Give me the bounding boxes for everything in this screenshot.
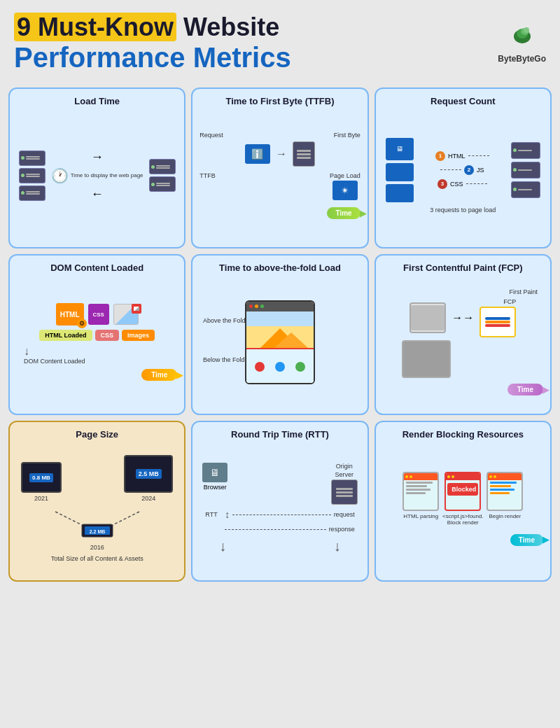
card-load-time: Load Time <box>8 88 186 248</box>
render-dot <box>447 475 450 478</box>
browser-monitor: 🖥 Browser <box>202 463 227 491</box>
monitor-icon: ℹ️ <box>245 144 270 164</box>
begin-render-label: Begin render <box>489 513 521 519</box>
response-label: response <box>329 526 355 533</box>
browser-frame-empty-large <box>410 302 446 333</box>
origin-server-icon <box>331 479 358 505</box>
content-line <box>490 485 511 487</box>
svg-point-3 <box>524 27 529 33</box>
pill-css: CSS <box>95 330 120 341</box>
render-browser-html <box>402 472 439 511</box>
page-load-col: Page Load ✴ <box>330 172 360 200</box>
browser-frame-large-gray <box>402 340 451 378</box>
script-block-label: <script.js>found. Block render <box>442 513 484 526</box>
request-row-3: 3 CSS <box>438 179 487 189</box>
server-lines <box>156 165 170 169</box>
server-light <box>513 148 517 152</box>
spacer: →→ <box>456 356 469 363</box>
card-fold-body: Above the Fold Below the Fold <box>200 277 360 407</box>
card-render-blocking: Render Blocking Resources <box>374 421 552 582</box>
card-request-title: Request Count <box>383 96 543 106</box>
load-label: Time to display the web page <box>71 172 144 179</box>
fold-browser <box>245 300 315 384</box>
card-rtt: Round Trip Time (RTT) 🖥 Browser Origin S… <box>191 421 368 582</box>
load-center: → 🕐 Time to display the web page ← <box>51 150 144 202</box>
content-line <box>406 485 427 487</box>
down-arrow-left: ↓ <box>219 538 226 554</box>
down-arrow-right: ↓ <box>334 538 341 554</box>
request-arrows: 1 HTML 2 JS 3 CSS <box>435 151 489 189</box>
server-unit <box>19 168 46 183</box>
fcp-time-row: Time <box>383 381 543 396</box>
server-lines <box>26 156 40 160</box>
html-with-gear: HTML ⚙ <box>56 303 84 326</box>
client-monitor: 🖥 <box>386 138 414 160</box>
server-line <box>156 185 170 186</box>
render-titlebar <box>404 473 438 480</box>
right-arrow-icon: → <box>276 148 287 160</box>
card-render-title: Render Blocking Resources <box>383 429 543 440</box>
page-title: 9 Must-Know Website Performance Metrics <box>14 13 291 74</box>
image-badge <box>132 304 141 314</box>
content-line <box>406 492 426 494</box>
rtt-label: RTT <box>205 511 222 518</box>
ttfb-label: TTFB <box>200 172 216 200</box>
logo-name: ByteByteGo <box>498 54 546 64</box>
card-fold-title: Time to above-the-fold Load <box>200 262 360 273</box>
server-line <box>26 156 40 158</box>
client-monitor3 <box>386 184 414 202</box>
request-footer-label: 3 requests to page load <box>430 206 496 214</box>
render-dot <box>489 475 492 478</box>
begin-titlebar <box>488 473 522 480</box>
browser-icon: 🖥 <box>202 463 227 482</box>
server-line <box>156 183 170 184</box>
year-2024: 2024 <box>141 495 155 502</box>
spacer: . <box>205 526 222 533</box>
ttfb-labels: Request First Byte <box>200 132 360 139</box>
server-unit <box>149 159 176 174</box>
server-lines <box>518 150 532 151</box>
card-request-body: 🖥 1 HTML 2 JS <box>383 111 543 240</box>
content-line <box>406 482 433 484</box>
size-total-label: Total Size of all Content & Assets <box>51 555 144 562</box>
badge-1: 1 <box>435 151 445 161</box>
card-load-time-title: Load Time <box>17 96 177 106</box>
render-col-blocked: Blocked <script.js>found. Block render <box>442 472 484 526</box>
render-dot <box>493 475 496 478</box>
server-unit <box>511 181 540 198</box>
title-line2: Performance Metrics <box>14 41 291 74</box>
right-arrow-icon: →→ <box>451 312 474 324</box>
below-fold-label: Below the Fold <box>203 356 245 364</box>
dom-pills: HTML Loaded CSS Images <box>39 330 155 341</box>
server-line <box>26 193 40 195</box>
card-fcp: First Contentful Paint (FCP) First Paint… <box>374 254 552 415</box>
logo-icon <box>510 22 535 52</box>
ttfb-time-row: Time <box>200 204 360 219</box>
img-preview <box>134 307 139 311</box>
card-fcp-title: First Contentful Paint (FCP) <box>383 262 543 273</box>
fcp-time-arrow: Time <box>507 384 543 396</box>
render-diagram: HTML parsing Blocked <script.js>found. B… <box>383 472 543 526</box>
server-label: Server <box>335 471 354 478</box>
first-paint-row: First Paint <box>383 288 543 295</box>
pill-html: HTML Loaded <box>39 330 92 341</box>
blocked-titlebar <box>446 473 479 480</box>
server-line <box>26 176 40 177</box>
card-dom-body: HTML ⚙ CSS HTML Loaded CSS <box>17 277 177 407</box>
origin-server-icons: Origin Server <box>331 463 358 505</box>
clock-icon: 🕐 <box>51 167 69 184</box>
server-light <box>151 165 155 169</box>
monitor-2024: 2.5 MB <box>124 455 173 493</box>
rtt-top-row: 🖥 Browser Origin Server <box>200 463 360 505</box>
origin-label: Origin <box>336 463 353 470</box>
content-line <box>490 492 510 494</box>
size-col-2024: 2.5 MB 2024 <box>124 455 173 502</box>
card-size-title: Page Size <box>17 429 177 440</box>
dom-time-arrow: Time <box>141 369 177 381</box>
fcp-diagram: First Paint →→ FCP <box>383 288 543 396</box>
render-dot <box>451 475 454 478</box>
load-arrow-row: → <box>91 150 104 164</box>
rtt-response-row: . response <box>205 526 354 533</box>
server-light <box>513 168 517 172</box>
rtt-arrows: RTT ↕ request . response ↓ ↓ <box>200 509 360 554</box>
